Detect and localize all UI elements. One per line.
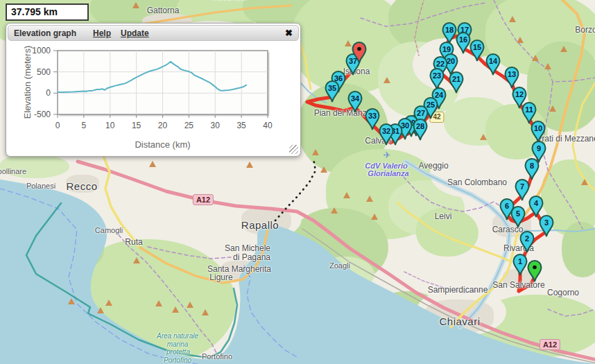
x-tick-label: 35	[236, 121, 246, 130]
start-marker[interactable]	[526, 259, 543, 283]
route-marker-22-number: 22	[436, 60, 445, 68]
route-marker-35-number: 35	[328, 84, 336, 92]
end-marker[interactable]	[351, 41, 368, 64]
route-marker-34[interactable]: 34	[347, 90, 363, 114]
x-axis-label: Distance (km)	[58, 139, 268, 150]
route-marker-3-pin: 3	[538, 214, 555, 238]
peak-icon	[509, 16, 516, 22]
peak-icon	[343, 192, 350, 198]
route-marker-3[interactable]: 3	[538, 214, 555, 238]
peak-icon	[172, 306, 179, 313]
peak-icon	[517, 37, 524, 43]
route-marker-3-number: 3	[544, 218, 549, 227]
map-label: Portofino	[202, 352, 232, 361]
x-tick-label: 30	[211, 121, 221, 130]
y-axis-label: Elevation (meters)	[22, 41, 33, 124]
route-marker-28[interactable]: 28	[412, 118, 429, 141]
elevation-panel: Elevation graph Help Update ✖ 0510152025…	[6, 23, 301, 157]
route-marker-12-number: 12	[515, 90, 524, 98]
route-marker-14-number: 14	[489, 57, 498, 65]
route-marker-15[interactable]: 15	[469, 39, 485, 62]
airplane-icon: ✈	[383, 150, 391, 160]
update-link[interactable]: Update	[121, 28, 149, 38]
x-tick-label: 20	[158, 121, 168, 130]
map-label: Rapallo	[241, 219, 279, 231]
route-marker-5[interactable]: 5	[510, 205, 526, 229]
help-link[interactable]: Help	[93, 28, 111, 38]
boundary-ruta	[148, 247, 231, 259]
x-tick-label: 10	[105, 121, 115, 130]
route-marker-33-number: 33	[368, 112, 377, 120]
route-marker-2[interactable]: 2	[519, 230, 535, 254]
route-marker-32-pin: 32	[378, 123, 395, 146]
boundary-east	[542, 82, 583, 229]
map-label: Zoagli	[329, 261, 350, 270]
peak-icon	[97, 307, 104, 313]
x-tick-label: 5	[82, 121, 87, 130]
distance-readout: 37.795 km	[6, 3, 89, 21]
route-marker-14-pin: 14	[485, 53, 501, 76]
map-label: Borzo	[575, 25, 595, 35]
route-marker-32[interactable]: 32	[378, 123, 395, 146]
map-label: Portofino	[164, 356, 191, 364]
map-label: nt'Apollinare	[0, 167, 26, 175]
start-marker-dot	[533, 266, 537, 270]
peak-icon	[105, 300, 112, 306]
start-marker-pin	[526, 259, 543, 283]
peak-icon	[187, 302, 193, 308]
route-marker-5-pin: 5	[510, 205, 526, 229]
route-marker-35[interactable]: 35	[324, 80, 340, 103]
elevation-panel-header[interactable]: Elevation graph Help Update ✖	[8, 25, 299, 41]
route-marker-35-pin: 35	[324, 80, 340, 103]
route-marker-8[interactable]: 8	[524, 157, 540, 181]
route-marker-34-pin: 34	[347, 90, 363, 114]
y-tick-label: 1000	[32, 46, 51, 55]
map-label: San Colombano	[447, 177, 507, 187]
route-marker-28-number: 28	[416, 122, 424, 130]
map-label: Recco	[66, 180, 97, 192]
start-marker-shape	[528, 261, 542, 281]
route-marker-2-number: 2	[525, 234, 529, 243]
peak-icon	[544, 63, 551, 69]
route-marker-32-number: 32	[382, 127, 390, 135]
route-marker-2-pin: 2	[519, 230, 535, 254]
trail-valley	[415, 0, 424, 55]
map-label: di Pagana	[233, 252, 270, 262]
route-planner-app: GattornaMoconesiBorzont'ApollinarePolane…	[0, 0, 595, 364]
map-label: Gattorna	[147, 6, 180, 15]
route-marker-4-number: 4	[534, 199, 539, 207]
end-marker-shape	[353, 42, 366, 63]
resize-handle[interactable]	[289, 145, 298, 154]
route-marker-34-number: 34	[351, 94, 360, 103]
map-label: Cogorno	[547, 288, 579, 297]
route-marker-10-number: 10	[534, 124, 542, 132]
route-marker-15-pin: 15	[469, 39, 485, 62]
route-marker-19-number: 19	[442, 45, 451, 53]
y-tick-label: 0	[46, 88, 51, 98]
map-label: Chiavari	[439, 315, 480, 327]
route-marker-21-pin: 21	[448, 71, 465, 94]
peak-icon	[549, 105, 556, 112]
route-marker-7-number: 7	[520, 182, 524, 191]
route-marker-28-pin: 28	[412, 118, 429, 141]
peak-icon	[132, 2, 139, 8]
x-tick-label: 40	[263, 121, 273, 130]
route-marker-16-number: 16	[459, 35, 467, 44]
map-label: Glorialanza	[368, 169, 408, 177]
route-marker-9-number: 9	[537, 144, 541, 153]
map-label: protetta	[166, 348, 190, 356]
map-label: Ruta	[125, 237, 142, 247]
route-marker-14[interactable]: 14	[485, 53, 501, 76]
route-marker-18-number: 18	[445, 26, 454, 34]
route-marker-8-number: 8	[530, 162, 534, 170]
end-marker-pin	[351, 41, 368, 64]
route-marker-21[interactable]: 21	[448, 71, 465, 94]
close-icon[interactable]: ✖	[285, 28, 293, 38]
end-marker-dot	[357, 47, 361, 51]
map-label: Camogli	[95, 226, 123, 234]
peak-icon	[155, 300, 162, 306]
x-tick-label: 15	[132, 121, 141, 130]
peak-icon	[320, 166, 327, 173]
road-north-creekside	[300, 43, 311, 89]
route-marker-11-number: 11	[525, 105, 533, 114]
